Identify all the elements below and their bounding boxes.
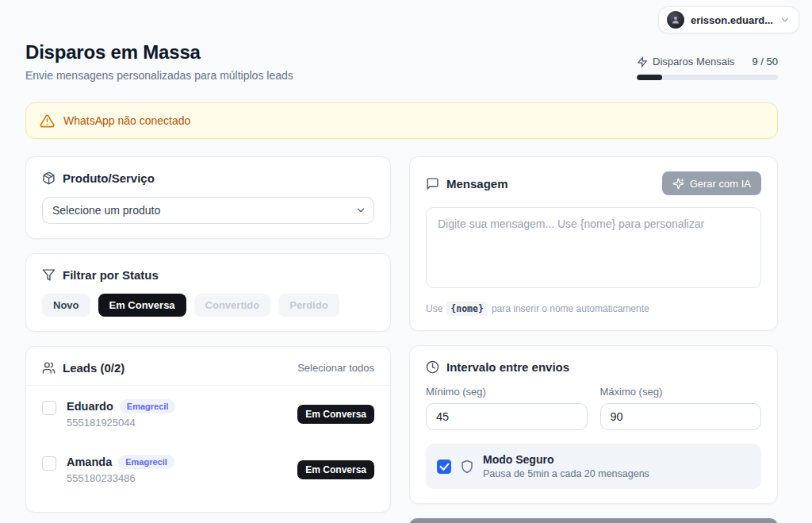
min-label: Mínimo (seg) [426,386,588,398]
topbar: erisson.eduard... [0,0,812,33]
lead-product-badge: Emagrecil [118,455,174,469]
avatar [667,11,684,29]
page-title: Disparos em Massa [25,41,293,63]
safe-mode-box: Modo Seguro Pausa de 5min a cada 20 mens… [426,444,761,489]
lead-status-badge: Em Conversa [297,460,374,479]
lead-name: Amanda [67,456,112,468]
filter-card-title: Filtrar por Status [63,268,159,282]
chip-em-conversa[interactable]: Em Conversa [98,294,186,317]
lead-product-badge: Emagrecil [120,399,176,413]
product-card: Produto/Serviço Selecione um produto [25,156,391,239]
min-field-group: Mínimo (seg) [426,386,588,430]
lead-phone: 555181925044 [67,417,287,429]
min-seconds-input[interactable] [426,403,588,430]
safe-mode-text: Modo Seguro Pausa de 5min a cada 20 mens… [483,453,649,479]
alert-text: WhatsApp não conectado [63,114,190,127]
select-all-button[interactable]: Selecionar todos [297,362,374,374]
start-dispatch-button[interactable]: Iniciar Disparo (0) [409,518,778,523]
message-card: Mensagem Gerar com IA Use {nome} para in… [409,156,778,331]
max-field-group: Máximo (seg) [600,386,762,430]
chip-convertido[interactable]: Convertido [194,294,271,317]
lead-row-amanda[interactable]: Amanda Emagrecil 555180233486 Em Convers… [42,441,374,497]
safe-mode-checkbox[interactable] [437,460,451,474]
package-icon [42,171,56,185]
clock-icon [426,360,439,374]
message-card-title: Mensagem [446,177,508,190]
user-name: erisson.eduard... [691,14,773,26]
chevron-down-icon [779,14,791,25]
main-grid: Produto/Serviço Selecione um produto [25,156,778,523]
leads-card-title: Leads (0/2) [63,361,124,375]
product-card-title: Produto/Serviço [63,171,155,185]
quota-progress-track [637,75,778,80]
quota-widget: Disparos Mensais 9 / 50 [637,56,778,80]
nome-variable-chip: {nome} [446,302,488,316]
lead-phone: 555180233486 [67,472,287,484]
safe-mode-description: Pausa de 5min a cada 20 mensagens [483,468,649,479]
user-menu-button[interactable]: erisson.eduard... [658,6,799,33]
lead-checkbox[interactable] [42,456,56,471]
message-square-icon [426,177,439,190]
page: Disparos em Massa Envie mensagens person… [0,33,812,523]
page-header: Disparos em Massa Envie mensagens person… [25,41,778,82]
lead-status-badge: Em Conversa [297,405,374,424]
leads-card: Leads (0/2) Selecionar todos Eduardo Ema… [25,346,391,513]
status-filter-card: Filtrar por Status Novo Em Conversa Conv… [25,253,391,332]
generate-ai-label: Gerar com IA [690,178,751,190]
right-column: Mensagem Gerar com IA Use {nome} para in… [409,156,778,523]
message-textarea[interactable] [426,207,761,288]
sparkles-icon [672,178,684,190]
left-column: Produto/Serviço Selecione um produto [25,156,391,513]
lead-name: Eduardo [67,400,113,413]
interval-card-title: Intervalo entre envios [446,360,569,374]
lead-checkbox[interactable] [42,401,56,415]
users-icon [42,361,56,375]
max-seconds-input[interactable] [600,403,762,430]
zap-icon [637,56,648,67]
quota-label: Disparos Mensais [653,56,734,67]
whatsapp-alert-banner: WhatsApp não conectado [25,102,778,139]
quota-progress-fill [637,75,662,80]
title-block: Disparos em Massa Envie mensagens person… [25,41,293,82]
product-select[interactable]: Selecione um produto [42,197,374,224]
message-hint: Use {nome} para inserir o nome automatic… [426,302,761,316]
chip-novo[interactable]: Novo [42,294,90,317]
page-subtitle: Envie mensagens personalizadas para múlt… [25,69,293,82]
interval-card: Intervalo entre envios Mínimo (seg) Máxi… [409,345,778,504]
safe-mode-title: Modo Seguro [483,453,649,466]
quota-count: 9 / 50 [752,56,778,67]
funnel-icon [42,268,56,282]
shield-icon [460,460,474,474]
status-chips: Novo Em Conversa Convertido Perdido [42,294,374,317]
generate-ai-button[interactable]: Gerar com IA [662,171,761,195]
lead-row-eduardo[interactable]: Eduardo Emagrecil 555181925044 Em Conver… [42,386,374,441]
chip-perdido[interactable]: Perdido [278,294,339,317]
warning-triangle-icon [40,113,55,129]
max-label: Máximo (seg) [600,386,762,398]
